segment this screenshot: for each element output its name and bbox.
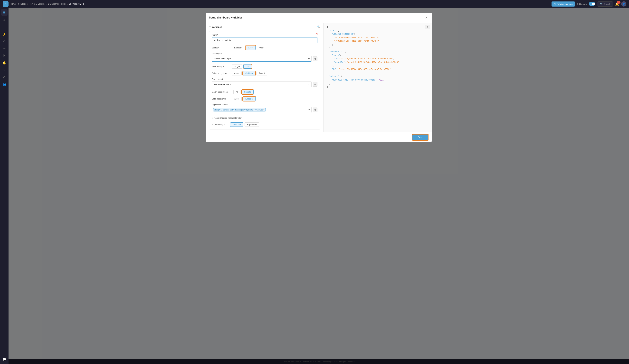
section-arrow-icon: ▼ (209, 26, 211, 28)
modal-body: ▼ Variables 🔍 🗑 Name* Source* (206, 23, 432, 132)
modal-close-button[interactable]: × (424, 15, 429, 20)
logo-text: K (5, 3, 6, 5)
sidebar-item-users[interactable]: 👥 (1, 81, 7, 88)
modal-footer: Save (206, 132, 432, 142)
publish-button[interactable]: ↻ Publish changes (552, 1, 575, 6)
sidebar-item-bell[interactable]: 🔔 (1, 60, 7, 66)
breadcrumb-sep-2: / (27, 3, 28, 5)
app-names-multi-select[interactable]: [Test] Car Sensors and Actuators (cu7v2g… (212, 107, 312, 113)
child-asset-toggle-group: Asset Endpoint (232, 97, 256, 101)
app-names-tag: [Test] Car Sensors and Actuators (cu7v2g… (213, 108, 266, 111)
sidebar-item-lightning[interactable]: ⚡ (1, 31, 7, 37)
child-asset-label: Child asset type (212, 98, 230, 100)
entity-type-field: Select entity type Asset Children Parent (212, 71, 317, 76)
selection-list-btn[interactable]: List (243, 64, 251, 69)
multi-select-arrow-icon: ▼ (308, 109, 310, 111)
sidebar-item-home[interactable]: ⌂ (1, 16, 7, 23)
variables-search-icon[interactable]: 🔍 (317, 25, 320, 28)
selection-single-btn[interactable]: Single (232, 64, 242, 69)
setup-variables-modal: Setup dashboard variables × ▼ Variables … (206, 13, 432, 142)
source-endpoint-btn[interactable]: Endpoint (232, 46, 244, 50)
notification-badge: 22 (617, 1, 621, 3)
search-button[interactable]: 🔍 Search (597, 1, 613, 6)
entity-asset-btn[interactable]: Asset (232, 71, 242, 76)
match-asset-field: Match asset types All Specific (212, 90, 317, 94)
app-names-copy-icon[interactable]: ⧉ (313, 107, 317, 112)
breadcrumb-home2[interactable]: Home (61, 3, 66, 5)
breadcrumb-dashboards[interactable]: Dashboards (48, 3, 59, 5)
sidebar-item-code[interactable]: </> (1, 38, 7, 45)
asset-type-select-wrapper: Vehicle asset type ⧉ (212, 56, 317, 62)
breadcrumb-home[interactable]: Home (10, 3, 16, 5)
entity-children-btn[interactable]: Children (243, 71, 255, 76)
metadata-filter-arrow-icon: ▶ (212, 117, 213, 119)
user-avatar[interactable]: 👤 (621, 1, 627, 6)
selection-type-field: Selection type Single List (212, 64, 317, 69)
metadata-filter-header[interactable]: ▶ Asset children metadata filter (212, 115, 317, 120)
match-specific-btn[interactable]: Specific (242, 90, 254, 94)
sidebar-item-dots[interactable]: ⋮ (1, 24, 7, 30)
json-preview: { "ctx": { "vehicle_endpoints": [ "541ab… (327, 25, 429, 89)
topbar: K Home / Solutions / [Test] Car Sensor..… (0, 0, 629, 8)
sidebar-item-pen[interactable]: ✏ (1, 45, 7, 52)
parent-asset-select[interactable]: dashboard.route.id (212, 81, 312, 87)
parent-asset-label: Parent asset (212, 78, 317, 80)
app-names-label: Application names (212, 104, 317, 106)
child-asset-type-field: Child asset type Asset Endpoint (212, 97, 317, 101)
notification-wrapper: 🔔 22 (615, 2, 619, 6)
modal-title: Setup dashboard variables (209, 16, 243, 19)
sidebar-item-gear[interactable]: ⚙ (1, 74, 7, 81)
source-asset-btn[interactable]: Asset (246, 46, 256, 50)
form-panel: ▼ Variables 🔍 🗑 Name* Source* (206, 23, 324, 132)
child-asset-asset-btn[interactable]: Asset (232, 97, 242, 101)
modal-header: Setup dashboard variables × (206, 13, 432, 23)
app-names-select-wrapper: [Test] Car Sensors and Actuators (cu7v2g… (212, 107, 317, 113)
breadcrumb-sep-3: / (46, 3, 47, 5)
map-expression-btn[interactable]: Expression (245, 122, 259, 127)
search-label: Search (604, 3, 610, 5)
map-value-label: Map value type (212, 123, 228, 126)
json-copy-icon: ⧉ (427, 26, 428, 28)
variables-section-header: ▼ Variables 🔍 (209, 25, 320, 28)
map-value-toggle-group: Metadata Expression (230, 122, 259, 127)
sidebar-item-flag[interactable]: ⚑ (1, 52, 7, 59)
sidebar: ⊞ ⌂ ⋮ ⚡ </> ✏ ⚑ 🔔 ♡ ⚙ 👥 💬 (0, 8, 8, 364)
edit-mode-label: Edit mode (577, 3, 587, 5)
metadata-filter-label: Asset children metadata filter (214, 117, 242, 119)
entity-toggle-group: Asset Children Parent (232, 71, 267, 76)
entity-type-label: Select entity type (212, 72, 230, 75)
sidebar-item-chat[interactable]: 💬 (1, 356, 7, 363)
modal-overlay: Setup dashboard variables × ▼ Variables … (8, 8, 629, 364)
breadcrumb-car-sensor[interactable]: [Test] Car Sensor... (29, 3, 45, 5)
source-toggle-group: Endpoint Asset User (232, 46, 266, 50)
search-icon: 🔍 (600, 3, 603, 5)
breadcrumb-sep-1: / (17, 3, 17, 5)
parent-asset-field: Parent asset dashboard.route.id ⧉ (212, 78, 317, 87)
variables-section-title[interactable]: ▼ Variables (209, 26, 222, 28)
child-asset-endpoint-btn[interactable]: Endpoint (243, 97, 256, 101)
entity-parent-btn[interactable]: Parent (257, 71, 267, 76)
source-user-btn[interactable]: User (257, 46, 266, 50)
save-button[interactable]: Save (412, 134, 429, 140)
edit-mode-toggle[interactable] (589, 2, 595, 6)
parent-asset-select-wrapper: dashboard.route.id ⧉ (212, 81, 317, 87)
breadcrumb-solutions[interactable]: Solutions (18, 3, 26, 5)
json-panel: ⧉ { "ctx": { "vehicle_endpoints": [ "541… (324, 23, 432, 132)
app-names-tag-remove[interactable]: × (263, 109, 265, 111)
map-metadata-btn[interactable]: Metadata (230, 122, 243, 127)
match-all-btn[interactable]: All (233, 90, 240, 94)
asset-type-select[interactable]: Vehicle asset type (212, 56, 312, 62)
sidebar-item-grid[interactable]: ⊞ (1, 9, 7, 16)
delete-variable-icon[interactable]: 🗑 (316, 33, 319, 35)
app-names-tag-text: [Test] Car Sensors and Actuators (cu7v2g… (214, 109, 263, 111)
asset-type-label: Asset type* (212, 53, 317, 55)
app-logo[interactable]: K (2, 1, 8, 7)
name-input[interactable] (212, 37, 317, 43)
match-asset-label: Match asset types (212, 91, 231, 93)
sidebar-item-heart[interactable]: ♡ (1, 67, 7, 73)
selection-toggle-group: Single List (232, 64, 251, 69)
asset-type-copy-icon[interactable]: ⧉ (313, 56, 317, 61)
parent-asset-copy-icon[interactable]: ⧉ (313, 82, 317, 87)
source-label: Source* (212, 47, 230, 49)
json-copy-button[interactable]: ⧉ (425, 25, 430, 29)
